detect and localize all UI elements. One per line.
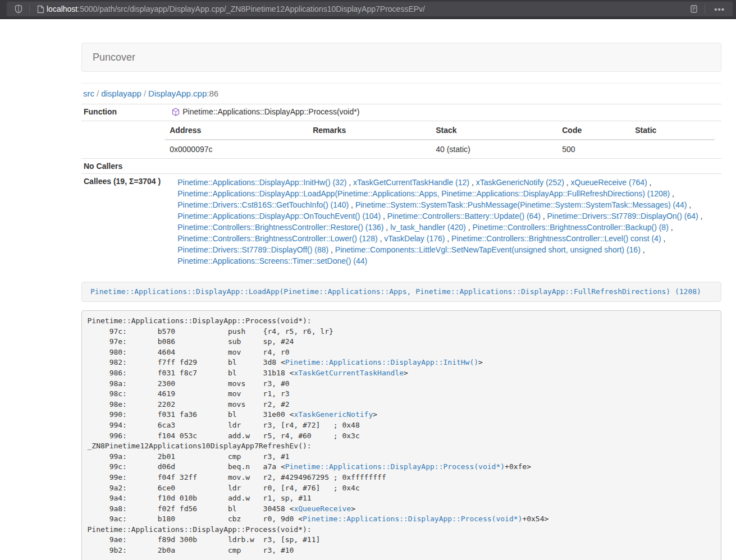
divider-rule — [81, 83, 721, 84]
callee-link[interactable]: Pinetime::System::SystemTask::PushMessag… — [355, 200, 687, 209]
code-symbol-link[interactable]: Pinetime::Applications::DisplayApp::Init… — [285, 358, 478, 366]
callee-link[interactable]: Pinetime::Drivers::St7789::DisplayOff() … — [177, 245, 328, 254]
browser-toolbar: localhost:5000/path/src/displayapp/Displ… — [0, 0, 736, 19]
url-bar[interactable]: localhost:5000/path/src/displayapp/Displ… — [7, 2, 733, 16]
callee-separator: , — [647, 178, 652, 187]
callee-separator: , — [641, 245, 645, 254]
code-symbol-link[interactable]: xTaskGenericNotify — [294, 410, 373, 419]
table-row-function: Function Pinetime::Applications::Display… — [81, 104, 721, 121]
table-row-callees: Callees (19, Σ=3704 ) Pinetime::Applicat… — [81, 174, 721, 270]
callee-separator: , — [564, 178, 571, 187]
reader-mode-icon[interactable] — [688, 3, 700, 15]
breadcrumb-link-displayapp[interactable]: displayapp — [101, 89, 141, 98]
shield-icon[interactable] — [12, 3, 25, 15]
urlbar-divider-right — [705, 4, 705, 13]
callee-separator: , — [346, 178, 353, 187]
function-name-cell: Pinetime::Applications::DisplayApp::Proc… — [165, 104, 721, 121]
callee-link[interactable]: Pinetime::Drivers::St7789::DisplayOn() (… — [547, 212, 698, 221]
static-value — [630, 140, 715, 158]
col-header-static: Static — [630, 121, 715, 140]
page-info-icon[interactable] — [34, 3, 47, 15]
callee-link[interactable]: Pinetime::Controllers::BrightnessControl… — [451, 234, 661, 243]
callee-separator: , — [698, 212, 703, 221]
callee-link[interactable]: vTaskDelay (176) — [384, 234, 445, 243]
code-symbol-link[interactable]: xQueueReceive — [294, 504, 351, 513]
col-header-stack: Stack — [431, 121, 557, 140]
table-row-details: Address Remarks Stack Code Static 0x0000… — [81, 121, 721, 159]
callee-separator: , — [328, 245, 335, 254]
callee-separator: , — [466, 223, 473, 232]
stack-value: 40 (static) — [431, 140, 557, 158]
details-cell: Address Remarks Stack Code Static 0x0000… — [165, 121, 721, 159]
callee-separator: , — [670, 189, 674, 198]
callee-link[interactable]: Pinetime::Applications::DisplayApp::Load… — [177, 189, 670, 198]
callee-link[interactable]: xTaskGetCurrentTaskHandle (12) — [353, 178, 469, 187]
function-label: Function — [81, 104, 165, 121]
callee-link[interactable]: Pinetime::Controllers::BrightnessControl… — [177, 223, 383, 232]
callee-separator: , — [541, 212, 547, 221]
app-brand[interactable]: Puncover — [82, 52, 144, 63]
disassembly-code: Pinetime::Applications::DisplayApp::Proc… — [81, 310, 721, 560]
function-name: Pinetime::Applications::DisplayApp::Proc… — [182, 107, 359, 116]
app-navbar: Puncover — [81, 43, 721, 72]
callee-separator: , — [661, 234, 666, 243]
highlighted-symbol[interactable]: Pinetime::Applications::DisplayApp::Load… — [81, 282, 721, 302]
callee-link[interactable]: Pinetime::Controllers::BrightnessControl… — [177, 234, 377, 243]
breadcrumb-link-file[interactable]: DisplayApp.cpp — [148, 89, 207, 98]
callee-separator: , — [469, 178, 476, 187]
code-symbol-link[interactable]: Pinetime::Applications::DisplayApp::Proc… — [285, 462, 505, 471]
callers-cell — [165, 159, 721, 174]
callee-link[interactable]: Pinetime::Applications::Screens::Timer::… — [177, 256, 367, 265]
code-size-value: 500 — [557, 140, 630, 158]
callee-separator: , — [381, 212, 387, 221]
callee-separator: , — [445, 234, 451, 243]
callee-link[interactable]: Pinetime::Controllers::Battery::Update()… — [387, 212, 541, 221]
address-url[interactable]: localhost:5000/path/src/displayapp/Displ… — [47, 4, 688, 13]
callee-link[interactable]: Pinetime::Components::LittleVgl::SetNewT… — [335, 245, 641, 254]
callee-separator: , — [383, 223, 390, 232]
page-actions-icon[interactable]: ••• — [710, 4, 729, 14]
callee-link[interactable]: lv_task_handler (420) — [390, 223, 466, 232]
callee-link[interactable]: Pinetime::Applications::DisplayApp::Init… — [177, 178, 346, 187]
col-header-code: Code — [557, 121, 630, 140]
callee-separator: , — [687, 200, 691, 209]
function-info-table: Function Pinetime::Applications::Display… — [81, 104, 721, 269]
col-header-address: Address — [165, 121, 308, 140]
symbol-cube-icon — [172, 108, 180, 118]
breadcrumb-separator: / — [94, 89, 101, 98]
url-host: localhost — [47, 4, 77, 13]
callee-separator: , — [378, 234, 385, 243]
table-row-no-callers: No Callers — [81, 159, 721, 174]
detail-value-row: 0x0000097c 40 (static) 500 — [165, 140, 715, 158]
urlbar-divider — [29, 4, 30, 13]
breadcrumb-link-src[interactable]: src — [83, 89, 94, 98]
breadcrumb-separator: / — [141, 89, 148, 98]
col-header-remarks: Remarks — [308, 121, 431, 140]
detail-table: Address Remarks Stack Code Static 0x0000… — [165, 121, 715, 158]
callees-list: Pinetime::Applications::DisplayApp::Init… — [165, 174, 721, 270]
callee-link[interactable]: Pinetime::Controllers::BrightnessControl… — [472, 223, 668, 232]
callees-label: Callees (19, Σ=3704 ) — [81, 174, 165, 270]
page-container: Puncover src/displayapp/DisplayApp.cpp:8… — [81, 19, 721, 560]
callee-link[interactable]: Pinetime::Applications::DisplayApp::OnTo… — [177, 212, 381, 221]
code-symbol-link[interactable]: Pinetime::Applications::DisplayApp::Proc… — [303, 515, 522, 523]
callee-separator: , — [669, 223, 673, 232]
breadcrumb-line-number: :86 — [207, 89, 218, 98]
remarks-value — [308, 140, 431, 158]
callee-link[interactable]: xTaskGenericNotify (252) — [476, 178, 564, 187]
address-value: 0x0000097c — [165, 140, 308, 158]
callee-separator: , — [349, 200, 355, 209]
detail-header-row: Address Remarks Stack Code Static — [165, 121, 715, 140]
callee-link[interactable]: xQueueReceive (764) — [571, 178, 647, 187]
no-callers-label: No Callers — [81, 159, 165, 174]
callee-link[interactable]: Pinetime::Drivers::Cst816S::GetTouchInfo… — [177, 200, 349, 209]
url-path: :5000/path/src/displayapp/DisplayApp.cpp… — [77, 4, 425, 13]
code-symbol-link[interactable]: xTaskGetCurrentTaskHandle — [294, 369, 404, 377]
breadcrumb: src/displayapp/DisplayApp.cpp:86 — [83, 89, 721, 98]
